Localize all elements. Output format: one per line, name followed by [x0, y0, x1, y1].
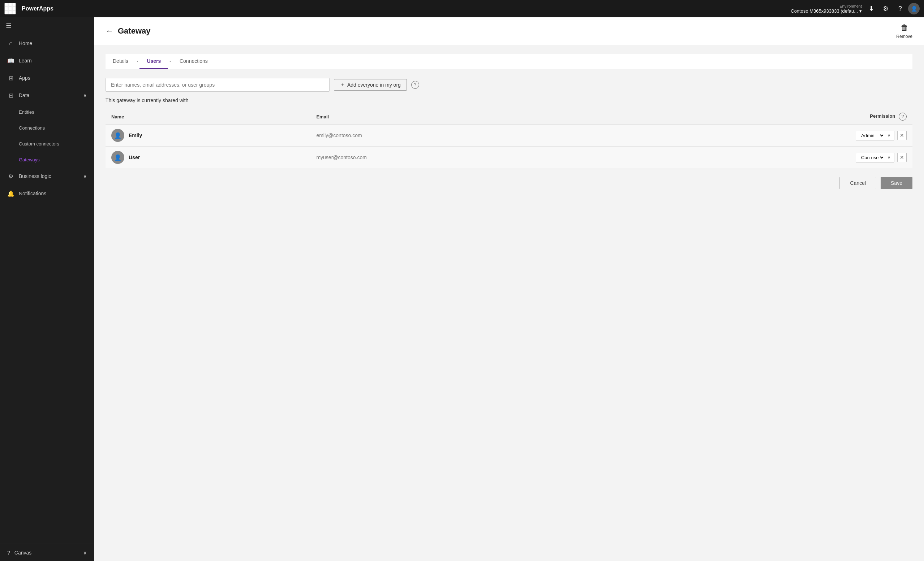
add-everyone-help-button[interactable]: ?: [411, 81, 419, 89]
waffle-icon: [5, 3, 15, 14]
user-email-cell: emily@contoso.com: [310, 124, 610, 147]
home-icon: ⌂: [7, 40, 15, 46]
app-brand: PowerApps: [19, 5, 54, 12]
user-search-input[interactable]: [105, 78, 330, 92]
user-name-cell: 👤 Emily: [105, 124, 310, 147]
data-icon: ⊟: [7, 92, 15, 99]
apps-icon: ⊞: [7, 75, 15, 82]
hamburger-icon: ☰: [6, 22, 12, 30]
sidebar-item-custom-connectors[interactable]: Custom connectors: [0, 136, 94, 152]
settings-button[interactable]: ⚙: [879, 2, 892, 15]
page-title: Gateway: [118, 26, 151, 36]
sidebar-item-apps[interactable]: ⊞ Apps: [0, 69, 94, 87]
save-button[interactable]: Save: [880, 177, 912, 189]
environment-label: Environment: [840, 4, 862, 8]
user-avatar-button[interactable]: 👤: [908, 3, 920, 15]
table-row: 👤 Emily emily@contoso.comAdminCan use∨✕: [105, 124, 912, 147]
chevron-down-icon: ∨: [83, 173, 87, 179]
topbar-actions: ⬇ ⚙ ? 👤: [865, 2, 920, 15]
sidebar-item-notifications[interactable]: 🔔 Notifications: [0, 185, 94, 202]
dropdown-chevron-icon: ∨: [888, 155, 890, 160]
search-row: ＋ Add everyone in my org ?: [105, 78, 912, 92]
sidebar-item-label-home: Home: [19, 40, 32, 46]
col-name-header: Name: [105, 109, 310, 124]
users-section: ＋ Add everyone in my org ? This gateway …: [105, 78, 912, 189]
topbar: PowerApps Environment Contoso M365x93383…: [0, 0, 924, 17]
download-button[interactable]: ⬇: [865, 2, 878, 15]
sidebar-item-label-apps: Apps: [19, 75, 30, 81]
footer-row: Cancel Save: [105, 177, 912, 189]
avatar-icon: 👤: [114, 132, 122, 139]
avatar-icon: 👤: [114, 154, 122, 161]
sidebar-item-home[interactable]: ⌂ Home: [0, 34, 94, 52]
chevron-down-icon-bottom: ∨: [83, 550, 87, 556]
page-header: ← Gateway 🗑 Remove: [94, 17, 924, 45]
user-permission-cell: AdminCan use∨✕: [610, 124, 912, 147]
remove-user-button[interactable]: ✕: [897, 131, 907, 140]
table-row: 👤 User myuser@contoso.comAdminCan use∨✕: [105, 147, 912, 169]
user-email-cell: myuser@contoso.com: [310, 147, 610, 169]
sidebar-item-entities[interactable]: Entities: [0, 104, 94, 120]
remove-user-button[interactable]: ✕: [897, 153, 907, 162]
permission-help-button[interactable]: ?: [899, 113, 907, 121]
user-avatar: 👤: [111, 151, 124, 164]
tab-details[interactable]: Details: [105, 54, 135, 69]
tab-dot-2: ●: [170, 60, 171, 63]
permission-select[interactable]: AdminCan use: [860, 133, 885, 139]
col-permission-header: Permission ?: [610, 109, 912, 124]
sidebar-bottom-label: Canvas: [15, 550, 32, 556]
user-avatar-icon: 👤: [911, 6, 917, 12]
tab-users[interactable]: Users: [140, 54, 168, 69]
permission-select[interactable]: AdminCan use: [860, 154, 885, 161]
tab-dot-1: ●: [137, 60, 138, 63]
sidebar-item-label-learn: Learn: [19, 58, 32, 64]
sidebar-item-gateways[interactable]: Gateways: [0, 152, 94, 168]
permission-select-wrap[interactable]: AdminCan use∨: [856, 153, 894, 162]
shared-users-table: Name Email Permission ? 👤: [105, 109, 912, 168]
tab-connections[interactable]: Connections: [172, 54, 215, 69]
user-name: Emily: [129, 133, 142, 138]
user-permission-cell: AdminCan use∨✕: [610, 147, 912, 169]
sidebar-item-label-gateways: Gateways: [19, 157, 40, 162]
learn-icon: 📖: [7, 57, 15, 64]
user-name: User: [129, 154, 140, 160]
environment-name: Contoso M365x933833 (defau... ▾: [790, 8, 862, 14]
chevron-down-icon: ▾: [860, 8, 862, 14]
chevron-up-icon: ∧: [83, 93, 87, 98]
canvas-icon: ?: [7, 550, 10, 556]
col-email-header: Email: [310, 109, 610, 124]
sidebar-bottom[interactable]: ? Canvas ∨: [0, 544, 94, 561]
business-logic-icon: ⚙: [7, 173, 15, 180]
waffle-menu-button[interactable]: [4, 3, 16, 15]
sidebar-item-label-entities: Entities: [19, 109, 34, 115]
main-content: ← Gateway 🗑 Remove Details ● Users ●: [94, 17, 924, 561]
sidebar-item-label-business-logic: Business logic: [19, 173, 51, 179]
sidebar-item-label-notifications: Notifications: [19, 191, 46, 196]
sidebar: ☰ ⌂ Home 📖 Learn ⊞ Apps ⊟ Data ∧ Entitie…: [0, 17, 94, 561]
sidebar-item-label-connections: Connections: [19, 125, 45, 131]
permission-select-wrap[interactable]: AdminCan use∨: [856, 131, 894, 141]
help-button[interactable]: ?: [894, 2, 907, 15]
dropdown-chevron-icon: ∨: [888, 133, 890, 138]
back-button[interactable]: ←: [105, 26, 114, 36]
add-everyone-button[interactable]: ＋ Add everyone in my org: [334, 79, 407, 91]
sidebar-item-learn[interactable]: 📖 Learn: [0, 52, 94, 69]
sidebar-item-label-data: Data: [19, 93, 30, 98]
user-avatar: 👤: [111, 129, 124, 142]
sidebar-item-data[interactable]: ⊟ Data ∧: [0, 87, 94, 104]
user-name-cell: 👤 User: [105, 147, 310, 169]
add-everyone-label: Add everyone in my org: [347, 82, 401, 88]
remove-button[interactable]: 🗑 Remove: [896, 23, 912, 39]
trash-icon: 🗑: [900, 23, 909, 33]
environment-selector[interactable]: Environment Contoso M365x933833 (defau..…: [790, 4, 862, 14]
cancel-button[interactable]: Cancel: [840, 177, 876, 189]
permission-dropdown-wrap: AdminCan use∨✕: [616, 131, 907, 141]
sidebar-item-connections[interactable]: Connections: [0, 120, 94, 136]
sidebar-menu-button[interactable]: ☰: [0, 17, 94, 34]
remove-label: Remove: [896, 34, 912, 39]
shared-with-label: This gateway is currently shared with: [105, 97, 912, 103]
permission-dropdown-wrap: AdminCan use∨✕: [616, 153, 907, 162]
sidebar-item-business-logic[interactable]: ⚙ Business logic ∨: [0, 168, 94, 185]
notifications-icon: 🔔: [7, 190, 15, 197]
plus-icon: ＋: [340, 82, 345, 88]
